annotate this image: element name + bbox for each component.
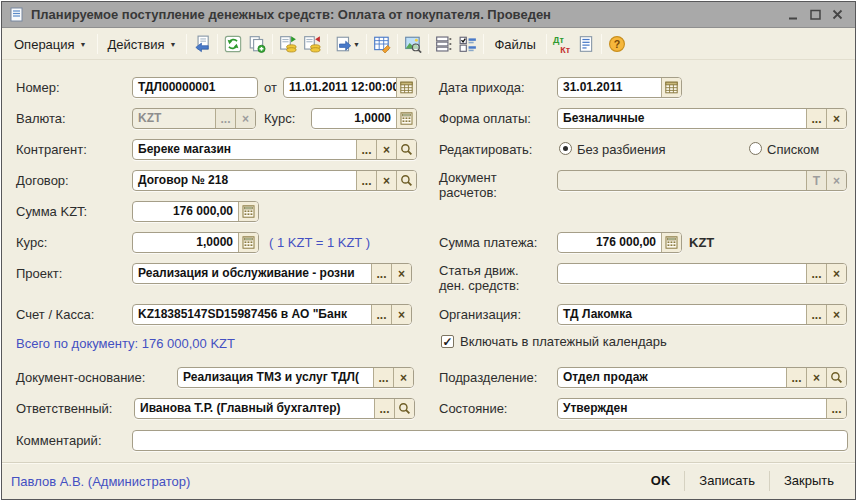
save-button[interactable]: Записать [687,469,767,493]
arrival-date-value[interactable]: 31.01.2011 [558,78,661,97]
cash-flow-item-value[interactable] [558,264,806,283]
project-input[interactable]: Реализация и обслуживание - розни ... × [132,263,412,284]
department-input[interactable]: Отдел продаж ... × [557,367,847,388]
status-value[interactable]: Утвержден [558,399,826,418]
minimize-button[interactable] [782,6,804,24]
report-button[interactable] [574,32,598,56]
refresh-button[interactable] [221,32,245,56]
goto-button[interactable]: ▼ [331,32,363,56]
radio-no-split[interactable] [559,142,572,155]
status-input[interactable]: Утвержден ... [557,398,847,419]
open-button[interactable] [396,140,416,159]
open-button[interactable] [394,399,414,418]
contract-value[interactable]: Договор № 218 [133,171,356,190]
picture-find-button[interactable] [401,32,425,56]
clear-button[interactable]: × [376,171,396,190]
open-button[interactable] [826,368,846,387]
clear-button[interactable]: × [391,305,411,324]
comment-input[interactable] [132,430,848,451]
payment-amount-input[interactable]: 176 000,00 [557,232,682,253]
rate2-value[interactable]: 1,0000 [133,233,238,252]
close-form-button[interactable]: Закрыть [772,469,846,493]
picture-find-icon [404,35,422,53]
document-date-input[interactable]: 11.01.2011 12:00:00 [283,77,417,98]
choose-button[interactable]: ... [806,109,826,128]
toolbar-separator [327,34,328,54]
choose-button[interactable]: ... [786,368,806,387]
counterparty-value[interactable]: Береке магазин [133,140,356,159]
open-button[interactable] [396,171,416,190]
payment-form-input[interactable]: Безналичные ... × [557,108,847,129]
payment-calendar-label: Включать в платежный календарь [460,331,667,352]
files-button[interactable]: Файлы [487,33,542,56]
calculator-button[interactable] [396,109,416,128]
clear-button[interactable]: × [391,264,411,283]
clear-button[interactable]: × [806,368,826,387]
calendar-button[interactable] [396,78,416,97]
list-settings-button[interactable] [456,32,480,56]
amount-kzt-input[interactable]: 176 000,00 [132,201,259,222]
project-value[interactable]: Реализация и обслуживание - розни [133,264,371,283]
chevron-down-icon: ▼ [353,41,360,48]
contract-input[interactable]: Договор № 218 ... × [132,170,417,191]
copy-button[interactable] [245,32,269,56]
calculator-button[interactable] [238,202,258,221]
payment-form-value[interactable]: Безналичные [558,109,806,128]
radio-as-list[interactable] [749,142,762,155]
clear-button[interactable]: × [393,368,413,387]
settlement-document-input: T × [557,170,847,191]
choose-button[interactable]: ... [356,171,376,190]
close-button[interactable] [826,6,848,24]
arrival-date-input[interactable]: 31.01.2011 [557,77,682,98]
number-value[interactable]: ТДЛ00000001 [133,78,257,97]
clear-button[interactable]: × [826,264,846,283]
base-document-input[interactable]: Реализация ТМЗ и услуг ТДЛ( ... × [177,367,414,388]
payment-calendar-checkbox[interactable]: ✓ [441,335,454,348]
clear-button[interactable]: × [826,109,846,128]
clear-button[interactable]: × [376,140,396,159]
edit-table-button[interactable] [370,32,394,56]
choose-button[interactable]: ... [356,140,376,159]
post-document-button[interactable] [276,32,300,56]
post-return-button[interactable] [190,32,214,56]
choose-button[interactable]: ... [371,264,391,283]
calculator-button[interactable] [661,233,681,252]
choose-button[interactable]: ... [826,399,846,418]
choose-button[interactable]: ... [806,305,826,324]
choose-button[interactable]: ... [374,399,394,418]
document-date-value[interactable]: 11.01.2011 12:00:00 [284,78,396,97]
list-rows-button[interactable] [432,32,456,56]
number-input[interactable]: ТДЛ00000001 [132,77,258,98]
clear-button[interactable]: × [826,305,846,324]
comment-value[interactable] [133,431,847,450]
account-value[interactable]: KZ18385147SD15987456 в АО "Банк [133,305,371,324]
department-value[interactable]: Отдел продаж [558,368,786,387]
payment-amount-value[interactable]: 176 000,00 [558,233,661,252]
organization-value[interactable]: ТД Лакомка [558,305,806,324]
unpost-document-button[interactable] [300,32,324,56]
responsible-value[interactable]: Иванова Т.Р. (Главный бухгалтер) [135,399,374,418]
organization-input[interactable]: ТД Лакомка ... × [557,304,847,325]
help-button[interactable]: ? [605,32,629,56]
cash-flow-item-input[interactable]: ... × [557,263,847,284]
rate2-input[interactable]: 1,0000 [132,232,259,253]
department-label: Подразделение: [439,367,537,388]
calendar-button[interactable] [661,78,681,97]
calculator-button[interactable] [238,233,258,252]
operation-menu-button[interactable]: Операция ▼ [7,33,94,56]
amount-kzt-value[interactable]: 176 000,00 [133,202,238,221]
maximize-button[interactable] [804,6,826,24]
choose-button[interactable]: ... [373,368,393,387]
ok-button[interactable]: OK [639,469,683,493]
choose-button[interactable]: ... [371,305,391,324]
account-input[interactable]: KZ18385147SD15987456 в АО "Банк ... × [132,304,412,325]
base-document-value[interactable]: Реализация ТМЗ и услуг ТДЛ( [178,368,373,387]
rate-input[interactable]: 1,0000 [311,108,417,129]
dtkt-button[interactable]: ДтКт [550,32,574,56]
responsible-input[interactable]: Иванова Т.Р. (Главный бухгалтер) ... [134,398,415,419]
actions-menu-button[interactable]: Действия ▼ [101,33,184,56]
rate-value[interactable]: 1,0000 [312,109,396,128]
chevron-down-icon: ▼ [80,41,87,48]
counterparty-input[interactable]: Береке магазин ... × [132,139,417,160]
choose-button[interactable]: ... [806,264,826,283]
